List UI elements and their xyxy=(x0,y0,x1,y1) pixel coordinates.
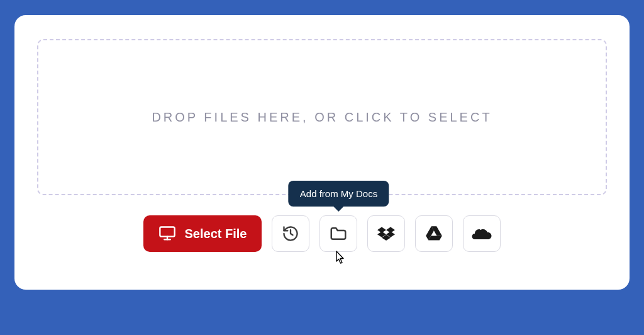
dropbox-button[interactable] xyxy=(367,215,405,252)
dropbox-icon xyxy=(377,225,395,242)
cursor-icon xyxy=(331,250,346,268)
google-drive-button[interactable] xyxy=(415,215,453,252)
my-docs-button[interactable]: Add from My Docs xyxy=(319,215,357,252)
folder-icon xyxy=(329,224,348,243)
dropzone[interactable]: DROP FILES HERE, OR CLICK TO SELECT xyxy=(37,39,607,195)
tooltip: Add from My Docs xyxy=(289,181,389,207)
history-button[interactable] xyxy=(272,215,309,252)
onedrive-button[interactable] xyxy=(463,215,501,252)
actions-row: Select File Add from My Docs xyxy=(37,215,607,252)
select-file-label: Select File xyxy=(185,227,247,241)
dropzone-text: DROP FILES HERE, OR CLICK TO SELECT xyxy=(152,110,492,125)
google-drive-icon xyxy=(425,225,443,242)
svg-rect-0 xyxy=(160,227,174,237)
tooltip-text: Add from My Docs xyxy=(300,188,377,199)
onedrive-icon xyxy=(472,227,492,240)
upload-card: DROP FILES HERE, OR CLICK TO SELECT Sele… xyxy=(14,15,630,290)
monitor-icon xyxy=(158,225,176,242)
select-file-button[interactable]: Select File xyxy=(143,215,262,252)
history-icon xyxy=(282,225,299,242)
